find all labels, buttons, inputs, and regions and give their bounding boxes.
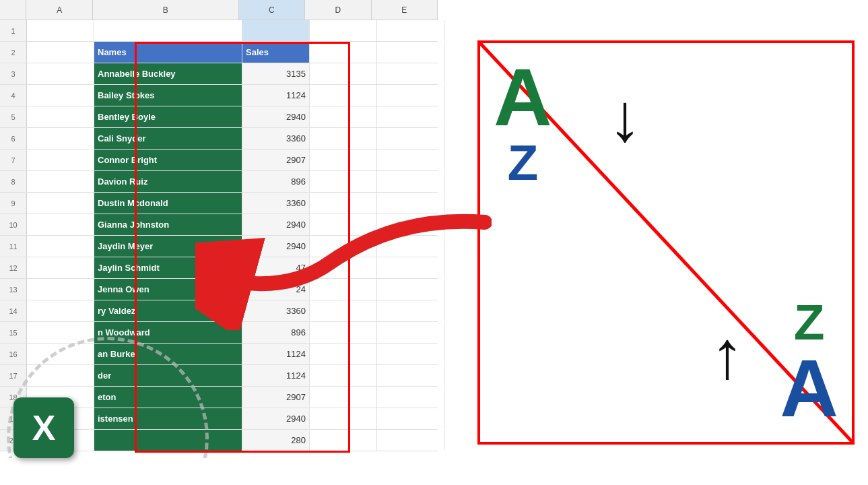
table-row: 3 Annabelle Buckley 3135 [0,63,438,85]
excel-logo-letter: X [32,408,56,448]
table-row: 1 [0,20,438,42]
table-row: 7 Connor Bright 2907 [0,150,438,171]
arrow-down-icon: ↓ [608,84,642,151]
table-row: 14 ry Valdez 3360 [0,300,438,322]
za-sort-indicator: Z A [780,297,838,428]
col-header-c[interactable]: C [239,0,305,20]
table-row: 8 Davion Ruiz 896 [0,171,438,193]
table-row: 13 Jenna Owen 24 [0,279,438,300]
letter-a-green: A [494,57,552,137]
col-header-a[interactable]: A [26,0,92,20]
arrow-up-icon: ↑ [710,321,744,388]
table-row: 5 Bentley Boyle 2940 [0,106,438,128]
letter-z-blue: Z [507,137,538,188]
letter-z-green: Z [794,297,825,348]
col-header-d[interactable]: D [305,0,371,20]
sales-header: Sales [242,42,310,63]
table-row: 9 Dustin Mcdonald 3360 [0,193,438,214]
col-header-b[interactable]: B [93,0,239,20]
names-header: Names [94,42,242,63]
table-row: 12 Jaylin Schmidt 47 [0,257,438,279]
col-header-e[interactable]: E [372,0,438,20]
table-row: 17 der 1124 [0,365,438,387]
table-header-row: 2 Names Sales [0,42,438,63]
table-row: 15 n Woodward 896 [0,322,438,344]
sort-illustration-panel: A Z ↓ Z A ↑ [477,40,855,445]
az-sort-indicator: A Z [494,57,552,188]
corner-header [0,0,26,20]
excel-logo: X [13,397,74,458]
table-row: 11 Jaydin Meyer 2940 [0,236,438,257]
table-row: 4 Bailey Stokes 1124 [0,85,438,106]
table-row: 6 Cali Snyder 3360 [0,128,438,150]
letter-a-blue: A [780,348,838,428]
table-row: 10 Gianna Johnston 2940 [0,214,438,236]
table-row: 16 an Burke 1124 [0,344,438,365]
